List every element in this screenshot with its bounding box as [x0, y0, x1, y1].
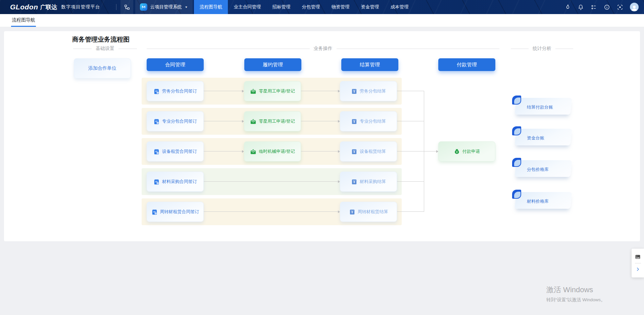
flow-row-band: 周转材租赁合同签订 周转材租赁结算 — [142, 198, 402, 225]
stats-card-subcontract-price-lib[interactable]: 分包价格库 — [511, 159, 573, 178]
flow-node-settlement[interactable]: 劳务分包结算 — [340, 81, 397, 101]
nav-item-bidding[interactable]: 招标管理 — [266, 0, 296, 14]
connector-line — [204, 211, 338, 212]
main-nav: 流程图导航 业主合同管理 招标管理 分包管理 物资管理 资金管理 成本管理 — [194, 0, 414, 14]
contract-icon — [153, 179, 160, 185]
stats-card-settlement-ledger[interactable]: 结算付款台账 — [511, 97, 573, 116]
image-icon[interactable] — [634, 253, 642, 261]
brand-logo-cn: 广联达 — [40, 3, 57, 11]
nav-item-materials[interactable]: 物资管理 — [326, 0, 355, 14]
register-icon — [250, 148, 256, 155]
moneybag-icon — [454, 148, 460, 155]
connector-arrowhead — [338, 120, 341, 123]
section-header-stats: 统计分析 — [511, 46, 573, 52]
connector-arrowhead — [436, 150, 440, 153]
nav-item-owner-contract[interactable]: 业主合同管理 — [228, 0, 266, 14]
ledger-icon — [512, 158, 521, 167]
register-icon — [250, 118, 256, 125]
topbar-actions — [564, 3, 644, 11]
connector-arrowhead — [242, 150, 245, 153]
stats-card-funds-ledger[interactable]: 资金台账 — [511, 128, 573, 146]
info-icon[interactable] — [604, 4, 610, 10]
fullscreen-icon[interactable] — [617, 4, 623, 10]
page-title: 商务管理业务流程图 — [72, 35, 130, 44]
panel-divider — [635, 263, 641, 263]
top-navigation-bar: GLodon 广联达 数字项目管理平台 云项目管理系统 ▼ 流程图导航 业主合同… — [0, 0, 644, 14]
stats-card-material-price-lib[interactable]: 材料价格库 — [511, 191, 573, 210]
flow-node-contract[interactable]: 设备租赁合同签订 — [147, 141, 204, 162]
section-header-business: 业务操作 — [147, 46, 499, 52]
connector-arrowhead — [338, 210, 341, 213]
connector-line — [397, 151, 424, 151]
topbar-divider — [116, 4, 116, 10]
connector-line — [424, 151, 436, 151]
column-button-payment-mgmt[interactable]: 付款管理 — [438, 58, 495, 71]
flow-row-band: 设备租赁合同签订 临时机械申请/登记 设备租赁结算 — [142, 138, 402, 165]
app-logo-icon — [140, 3, 147, 11]
tab-bar: 流程图导航 — [0, 14, 644, 27]
settlement-icon — [351, 118, 357, 125]
settlement-icon — [351, 88, 357, 94]
app-switcher-label: 云项目管理系统 — [150, 4, 182, 10]
connector-line — [301, 91, 338, 91]
connector-line — [204, 181, 338, 182]
flow-node-settlement[interactable]: 设备租赁结算 — [340, 141, 397, 162]
bell-icon[interactable] — [578, 4, 584, 10]
flow-row-band: 劳务分包合同签订 零星用工申请/登记 劳务分包结算 — [142, 78, 402, 105]
connector-arrowhead — [242, 90, 245, 92]
settlement-icon — [351, 179, 357, 185]
flow-node-register[interactable]: 零星用工申请/登记 — [244, 81, 301, 101]
connector-line — [204, 151, 242, 151]
settlement-icon — [349, 209, 355, 215]
app-switcher[interactable]: 云项目管理系统 ▼ — [135, 0, 192, 14]
connector-line — [204, 91, 242, 91]
platform-title: 数字项目管理平台 — [61, 4, 100, 10]
connector-arrowhead — [338, 180, 341, 183]
flow-node-contract[interactable]: 材料采购合同签订 — [147, 172, 204, 192]
nav-item-cost[interactable]: 成本管理 — [385, 0, 414, 14]
sitemap-icon[interactable] — [120, 0, 133, 14]
chevron-down-icon: ▼ — [185, 6, 188, 9]
flow-node-settlement[interactable]: 周转材租赁结算 — [340, 202, 397, 222]
flow-node-settlement[interactable]: 材料采购结算 — [340, 172, 397, 192]
flow-node-contract[interactable]: 劳务分包合同签订 — [147, 81, 204, 101]
flow-node-settlement[interactable]: 专业分包结算 — [340, 111, 397, 131]
flow-node-contract[interactable]: 周转材租赁合同签订 — [147, 202, 204, 222]
flow-node-register[interactable]: 零星用工申请/登记 — [244, 111, 301, 131]
user-avatar[interactable] — [630, 3, 639, 11]
column-button-performance-mgmt[interactable]: 履约管理 — [244, 58, 301, 71]
flow-row-band: 材料采购合同签订 材料采购结算 — [142, 168, 402, 195]
add-partner-button[interactable]: 添加合作单位 — [74, 58, 131, 78]
section-header-basic: 基础设置 — [73, 46, 137, 52]
connector-line — [397, 181, 424, 182]
brand-logo: GLodon — [10, 3, 38, 11]
tab-flowchart-nav[interactable]: 流程图导航 — [11, 14, 36, 27]
flame-icon[interactable] — [564, 4, 571, 10]
floating-side-panel — [632, 249, 644, 277]
flowchart-panel: 商务管理业务流程图 基础设置 业务操作 统计分析 添加合作单位 合同管理 履约管… — [4, 31, 640, 241]
contract-icon — [151, 209, 158, 215]
contract-icon — [153, 118, 160, 125]
flow-row-band: 专业分包合同签订 零星用工申请/登记 专业分包结算 — [142, 108, 402, 135]
ledger-icon — [512, 126, 521, 135]
connector-line — [204, 121, 242, 121]
nav-item-subcontract[interactable]: 分包管理 — [296, 0, 326, 14]
column-button-contract-mgmt[interactable]: 合同管理 — [147, 58, 204, 71]
connector-arrowhead — [242, 120, 245, 123]
flow-node-register[interactable]: 临时机械申请/登记 — [244, 141, 301, 162]
settlement-icon — [351, 148, 357, 155]
connector-line — [397, 121, 424, 121]
connector-arrowhead — [338, 150, 341, 153]
nav-item-flowchart[interactable]: 流程图导航 — [194, 0, 228, 14]
ledger-icon — [512, 96, 521, 105]
column-button-settlement-mgmt[interactable]: 结算管理 — [341, 58, 398, 71]
contract-icon — [153, 148, 160, 155]
flow-node-contract[interactable]: 专业分包合同签订 — [147, 111, 204, 131]
nav-item-funds[interactable]: 资金管理 — [355, 0, 385, 14]
connector-line — [301, 121, 338, 121]
contract-icon — [153, 88, 160, 94]
chevron-right-icon[interactable] — [634, 266, 642, 273]
register-icon — [250, 88, 256, 94]
flow-node-payment-request[interactable]: 付款申请 — [438, 141, 495, 162]
todo-list-icon[interactable] — [591, 4, 597, 10]
